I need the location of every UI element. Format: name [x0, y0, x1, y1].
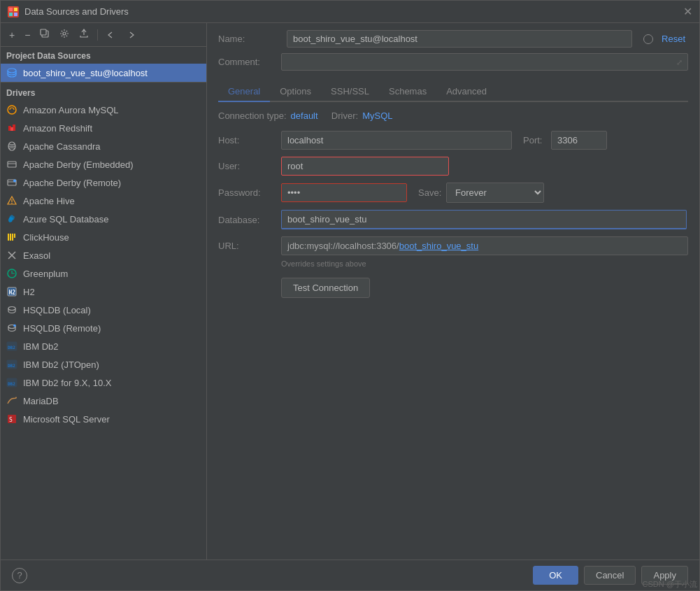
driver-item-amazon-aurora-mysql[interactable]: Amazon Aurora MySQL	[1, 101, 206, 119]
comment-input[interactable]	[281, 53, 688, 71]
expand-comment-icon[interactable]: ⤢	[676, 57, 683, 66]
reset-button[interactable]: Reset	[659, 34, 688, 44]
drivers-section-label: Drivers	[1, 82, 206, 101]
driver-item-mariadb[interactable]: MariaDB	[1, 392, 206, 410]
hsqldb-remote-icon	[6, 322, 17, 334]
database-input[interactable]	[281, 210, 687, 229]
export-button[interactable]	[76, 27, 92, 42]
connection-type-label: Connection type:	[218, 111, 287, 121]
svg-rect-11	[10, 127, 13, 131]
hsqldb-local-icon	[6, 304, 17, 315]
driver-item-ibm-db2-9x[interactable]: DB2 IBM Db2 for 9.X, 10.X	[1, 373, 206, 392]
driver-label: H2	[23, 287, 35, 297]
app-icon	[8, 6, 19, 17]
tab-schemas[interactable]: Schemas	[379, 82, 436, 102]
close-icon[interactable]: ✕	[683, 5, 692, 18]
user-input[interactable]	[281, 157, 449, 176]
svg-text:S: S	[9, 417, 13, 423]
ok-button[interactable]: OK	[533, 566, 578, 585]
driver-item-greenplum[interactable]: Greenplum	[1, 264, 206, 283]
svg-point-15	[13, 180, 16, 183]
url-db-link[interactable]: boot_shiro_vue_stu	[399, 241, 478, 251]
watermark: CSDN @于小流	[643, 579, 697, 590]
driver-item-clickhouse[interactable]: ClickHouse	[1, 228, 206, 246]
driver-item-mssql[interactable]: S Microsoft SQL Server	[1, 410, 206, 428]
copy-button[interactable]	[37, 27, 52, 42]
save-select[interactable]: Forever Until restart Never	[446, 183, 544, 203]
driver-item-apache-hive[interactable]: Apache Hive	[1, 192, 206, 210]
mariadb-icon	[6, 395, 17, 406]
name-input[interactable]	[287, 30, 632, 48]
project-section-label: Project Data Sources	[1, 47, 206, 64]
driver-item-h2[interactable]: H2 H2	[1, 283, 206, 301]
connection-type-link[interactable]: default	[291, 111, 318, 121]
driver-label-text: Driver:	[331, 111, 358, 121]
driver-label: IBM Db2 for 9.X, 10.X	[23, 378, 111, 388]
amazon-aurora-mysql-icon	[6, 104, 17, 115]
tab-ssh-ssl[interactable]: SSH/SSL	[321, 82, 379, 102]
driver-label: Amazon Redshift	[23, 123, 92, 134]
driver-label: Apache Derby (Remote)	[23, 178, 121, 188]
ibm-db2-jtopen-icon: DB2	[6, 359, 17, 370]
datasource-icon	[6, 67, 17, 78]
azure-sql-icon	[6, 213, 17, 225]
svg-rect-2	[9, 13, 13, 16]
remove-button[interactable]: −	[22, 28, 33, 42]
main-window: Data Sources and Drivers ✕ + −	[0, 0, 700, 591]
driver-item-apache-derby-remote[interactable]: Apache Derby (Remote)	[1, 173, 206, 192]
tab-advanced[interactable]: Advanced	[436, 82, 497, 102]
driver-label: MariaDB	[23, 396, 59, 406]
driver-item-exasol[interactable]: Exasol	[1, 246, 206, 264]
driver-item-hsqldb-local[interactable]: HSQLDB (Local)	[1, 301, 206, 319]
clickhouse-icon	[6, 232, 17, 243]
driver-label: Amazon Aurora MySQL	[23, 105, 119, 115]
greenplum-icon	[6, 268, 17, 279]
project-datasource-item[interactable]: boot_shiro_vue_stu@localhost	[1, 64, 206, 82]
password-input[interactable]	[281, 183, 407, 202]
driver-item-apache-cassandra[interactable]: Apache Cassandra	[1, 137, 206, 155]
password-row: Password: Save: Forever Until restart Ne…	[218, 183, 688, 203]
driver-label: Greenplum	[23, 269, 68, 279]
form-header: Name: Reset Comment: ⤢	[207, 23, 699, 76]
driver-item-azure-sql[interactable]: Azure SQL Database	[1, 210, 206, 228]
driver-label: HSQLDB (Local)	[23, 305, 91, 315]
svg-text:H2: H2	[9, 290, 16, 296]
host-row: Host: Port:	[218, 131, 688, 150]
tab-bar: General Options SSH/SSL Schemas Advanced	[218, 82, 688, 102]
help-button[interactable]: ?	[12, 568, 27, 583]
tab-general[interactable]: General	[218, 82, 270, 102]
driver-label: Apache Derby (Embedded)	[23, 159, 134, 170]
add-button[interactable]: +	[6, 28, 17, 42]
tab-options[interactable]: Options	[270, 82, 321, 102]
svg-point-7	[8, 69, 16, 73]
forward-button[interactable]	[123, 28, 138, 42]
ibm-db2-icon: DB2	[6, 341, 17, 352]
driver-item-amazon-redshift[interactable]: Amazon Redshift	[1, 119, 206, 137]
driver-label: IBM Db2	[23, 341, 59, 352]
driver-item-hsqldb-remote[interactable]: HSQLDB (Remote)	[1, 319, 206, 337]
svg-text:DB2: DB2	[8, 345, 15, 350]
apache-derby-remote-icon	[6, 177, 17, 188]
sidebar-toolbar: + −	[1, 23, 206, 47]
window-title: Data Sources and Drivers	[24, 6, 129, 17]
back-button[interactable]	[103, 28, 119, 42]
cancel-button[interactable]: Cancel	[584, 566, 636, 585]
driver-label: Azure SQL Database	[23, 214, 108, 225]
save-label-text: Save:	[418, 187, 446, 198]
driver-item-ibm-db2[interactable]: DB2 IBM Db2	[1, 337, 206, 355]
host-input[interactable]	[281, 131, 512, 150]
driver-link[interactable]: MySQL	[362, 111, 392, 121]
apache-derby-embedded-icon	[6, 159, 17, 170]
driver-item-apache-derby-embedded[interactable]: Apache Derby (Embedded)	[1, 155, 206, 173]
name-row: Name: Reset	[218, 30, 688, 48]
svg-point-6	[63, 32, 66, 35]
driver-item-ibm-db2-jtopen[interactable]: DB2 IBM Db2 (JTOpen)	[1, 355, 206, 373]
h2-icon: H2	[6, 286, 17, 297]
apache-cassandra-icon	[6, 141, 17, 152]
svg-point-8	[8, 106, 16, 114]
svg-rect-3	[14, 13, 17, 16]
settings-button[interactable]	[57, 27, 72, 42]
port-input[interactable]	[551, 131, 607, 150]
project-datasource-label: boot_shiro_vue_stu@localhost	[23, 68, 148, 78]
test-connection-button[interactable]: Test Connection	[281, 278, 370, 298]
